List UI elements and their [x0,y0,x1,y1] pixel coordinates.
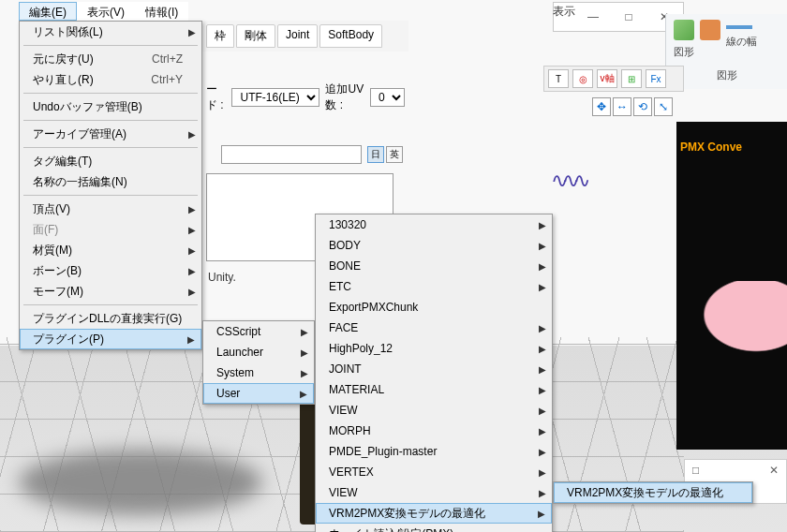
menu-item-tagedit[interactable]: タグ編集(T) [20,151,201,171]
submenu-arrow-icon: ▶ [301,368,308,378]
move-icon[interactable]: ✥ [592,97,611,116]
user-item-body[interactable]: BODY▶ [316,235,552,256]
user-item-view2[interactable]: VIEW▶ [316,482,552,503]
menu-item-archive[interactable]: アーカイブ管理(A)▶ [20,124,201,144]
submenu-arrow-icon: ▶ [539,447,546,457]
menu-item-undobuffer[interactable]: Undoバッファ管理(B) [20,96,201,117]
submenu-arrow-icon: ▶ [301,347,308,358]
user-item-vrm2pmx[interactable]: VRM2PMX変換モデルの最適化▶ [316,503,552,524]
shape-icon[interactable] [674,20,694,40]
menu-item-face[interactable]: 面(F)▶ [20,219,201,240]
user-item-exportpmx[interactable]: ExportPMXChunk [316,297,552,318]
menu-item-vertex[interactable]: 頂点(V)▶ [20,199,201,219]
ribbon-linewidth-label[interactable]: 線の幅 [726,35,757,49]
menu-item-redo[interactable]: やり直し(R)Ctrl+Y [20,69,201,90]
submenu-arrow-icon: ▶ [539,261,546,272]
text-tool-button[interactable]: T [548,69,569,88]
submenu-arrow-icon: ▶ [539,364,546,375]
submenu-arrow-icon: ▶ [187,334,195,345]
user-plugin-submenu: 130320▶ BODY▶ BONE▶ ETC▶ ExportPMXChunk … [315,214,553,532]
vaxis-button[interactable]: v軸 [597,69,617,88]
user-item-highpoly[interactable]: HighPoly_12▶ [316,338,552,359]
menu-separator [23,304,198,305]
menu-item-undo[interactable]: 元に戻す(U)Ctrl+Z [20,49,201,69]
submenu-arrow-icon: ▶ [539,467,546,478]
tab-softbody[interactable]: SoftBody [319,24,382,48]
submenu-arrow-icon: ▶ [539,426,546,436]
submenu-arrow-icon: ▶ [539,488,546,498]
menu-item-bone[interactable]: ボーン(B)▶ [20,260,201,281]
user-item-morph[interactable]: MORPH▶ [316,421,552,441]
menu-item-material[interactable]: 材質(M)▶ [20,240,201,260]
vrm2pmx-optimize-item[interactable]: VRM2PMX変換モデルの最適化 [554,482,752,503]
maximize-button[interactable]: □ [619,10,638,23]
fx-button[interactable]: Fx [646,69,666,88]
menu-item-list[interactable]: リスト関係(L)▶ [20,22,201,42]
menu-separator [23,120,198,121]
menu-item-plugin[interactable]: プラグイン(P)▶ [20,329,201,349]
ribbon-shape-label: 図形 [674,45,694,59]
submenu-arrow-icon: ▶ [188,245,196,256]
menu-separator [23,147,198,148]
small-win-close-icon[interactable]: ✕ [769,464,779,477]
submenu-arrow-icon: ▶ [538,509,545,519]
plugin-item-user[interactable]: User▶ [203,383,314,404]
user-item-material[interactable]: MATERIAL▶ [316,379,552,400]
line-sample-icon [726,25,752,29]
grid-icon[interactable]: ⊞ [621,69,642,88]
zoom-icon[interactable]: ⤡ [654,97,673,116]
user-item-weightload[interactable]: ウェイト読込/設定(PMX) [316,524,552,532]
lang-en-button[interactable]: 英 [386,146,403,163]
converter-title: PMX Conve [680,140,783,154]
user-item-130320[interactable]: 130320▶ [316,214,552,235]
menu-info[interactable]: 情報(I) [135,2,188,21]
plugin-item-system[interactable]: System▶ [203,362,314,383]
view-tab-label[interactable]: 表示 [553,4,575,20]
plugin-submenu: CSScript▶ Launcher▶ System▶ User▶ [202,320,315,405]
submenu-arrow-icon: ▶ [539,406,546,416]
submenu-arrow-icon: ▶ [301,327,308,337]
menu-item-batchname[interactable]: 名称の一括編集(N) [20,171,201,192]
rotate-icon[interactable]: ⟲ [633,97,652,116]
axis-toolbar: T ◎ v軸 ⊞ Fx [543,66,684,92]
encoding-select[interactable]: UTF-16(LE) [231,88,319,107]
pan-icon[interactable]: ↔ [613,97,631,116]
plugin-item-csscript[interactable]: CSScript▶ [203,321,314,342]
user-item-pmde[interactable]: PMDE_Plugin-master▶ [316,441,552,462]
submenu-arrow-icon: ▶ [539,241,546,251]
menu-view[interactable]: 表示(V) [77,2,135,21]
tab-joint[interactable]: Joint [277,24,318,48]
tab-frame[interactable]: 枠 [206,24,234,48]
user-item-view[interactable]: VIEW▶ [316,400,552,421]
navigation-arrows: ✥ ↔ ⟲ ⤡ [592,97,673,116]
target-icon[interactable]: ◎ [572,69,593,88]
user-item-bone[interactable]: BONE▶ [316,256,552,276]
minimize-button[interactable]: — [584,10,602,23]
menu-edit[interactable]: 編集(E) [19,2,77,21]
submenu-arrow-icon: ▶ [539,385,546,395]
menu-item-plugindll[interactable]: プラグインDLLの直接実行(G) [20,308,201,329]
submenu-arrow-icon: ▶ [300,389,307,399]
model-decoration: ∿∿∿ [551,169,585,193]
submenu-arrow-icon: ▶ [188,204,196,214]
name-input[interactable] [221,145,362,164]
pen-icon[interactable] [700,20,720,40]
submenu-arrow-icon: ▶ [188,27,196,37]
model-shadow [19,450,262,515]
lang-jp-button[interactable]: 日 [367,146,384,163]
menu-separator [23,93,198,94]
user-item-vertex[interactable]: VERTEX▶ [316,462,552,482]
menu-item-morph[interactable]: モーフ(M)▶ [20,281,201,302]
submenu-arrow-icon: ▶ [539,323,546,333]
ribbon-group-label: 図形 [674,68,780,82]
user-item-etc[interactable]: ETC▶ [316,276,552,297]
tab-rigidbody[interactable]: 剛体 [236,24,275,48]
user-item-face[interactable]: FACE▶ [316,318,552,338]
plugin-item-launcher[interactable]: Launcher▶ [203,342,314,362]
extra-uv-label: 追加UV数 : [325,81,364,113]
user-item-joint[interactable]: JOINT▶ [316,359,552,379]
edit-menu-dropdown: リスト関係(L)▶ 元に戻す(U)Ctrl+Z やり直し(R)Ctrl+Y Un… [19,21,202,350]
extra-uv-select[interactable]: 0 [370,88,405,107]
small-win-square-icon[interactable]: □ [692,464,699,477]
menu-separator [23,195,198,196]
